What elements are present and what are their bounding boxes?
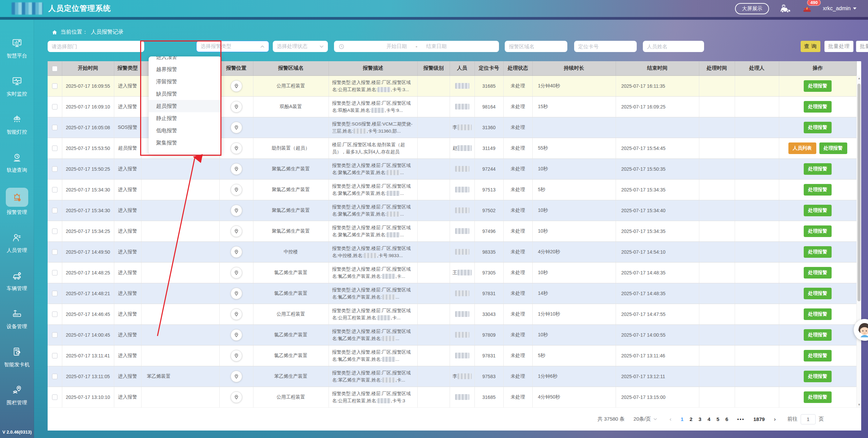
handle-alarm-button[interactable]: 处理报警 [819, 142, 847, 154]
view-location-button[interactable] [231, 288, 242, 299]
page-number-2[interactable]: 2 [686, 416, 695, 422]
row-checkbox[interactable] [52, 229, 57, 234]
page-number-5[interactable]: 5 [714, 416, 722, 422]
status-select[interactable]: 选择处理状态 [273, 41, 328, 52]
handle-alarm-button[interactable]: 处理报警 [804, 371, 832, 382]
more-pages-indicator[interactable]: ••• [734, 416, 748, 422]
handle-alarm-button[interactable]: 处理报警 [804, 350, 832, 361]
row-checkbox[interactable] [52, 104, 57, 110]
select-all-checkbox[interactable] [52, 66, 57, 71]
vertical-scrollbar[interactable]: ▲ ▼ [856, 75, 861, 407]
handle-alarm-button[interactable]: 处理报警 [804, 246, 832, 258]
handle-alarm-button[interactable]: 处理报警 [804, 122, 832, 133]
department-input[interactable] [52, 44, 140, 49]
dropdown-option[interactable]: 越界报警 [149, 63, 221, 75]
handle-alarm-button[interactable]: 处理报警 [804, 101, 832, 113]
end-date-placeholder[interactable]: 结束日期 [426, 43, 447, 50]
view-location-button[interactable] [231, 163, 242, 175]
dropdown-option[interactable]: 超员报警 [149, 100, 221, 112]
goto-page-input[interactable] [801, 414, 816, 424]
row-checkbox[interactable] [52, 83, 57, 89]
handle-alarm-button[interactable]: 处理报警 [804, 80, 832, 92]
last-page-button[interactable]: 1879 [750, 416, 768, 422]
area-name-field[interactable] [505, 41, 567, 52]
view-location-button[interactable] [231, 122, 242, 133]
row-checkbox[interactable] [52, 249, 57, 255]
handle-alarm-button[interactable]: 处理报警 [804, 267, 832, 279]
scroll-up-icon[interactable]: ▲ [857, 77, 862, 80]
view-location-button[interactable] [231, 267, 242, 279]
dropdown-option[interactable]: 静止报警 [149, 112, 221, 124]
department-select[interactable] [48, 41, 144, 52]
row-checkbox[interactable] [52, 374, 57, 379]
dropdown-option[interactable]: 滞留报警 [149, 75, 221, 88]
page-number-3[interactable]: 3 [696, 416, 704, 422]
next-page-button[interactable]: › [770, 416, 779, 423]
sidebar-item-monitor[interactable]: 实时监控 [4, 73, 30, 97]
view-location-button[interactable] [231, 80, 242, 92]
view-location-button[interactable] [231, 225, 242, 237]
row-checkbox[interactable] [52, 291, 57, 296]
view-location-button[interactable] [231, 329, 242, 341]
view-location-button[interactable] [231, 184, 242, 196]
view-location-button[interactable] [231, 371, 242, 382]
big-screen-button[interactable]: 大屏展示 [735, 3, 769, 14]
row-checkbox[interactable] [52, 208, 57, 213]
view-location-button[interactable] [231, 101, 242, 113]
row-checkbox[interactable] [52, 311, 57, 317]
card-number-field[interactable] [574, 41, 637, 52]
page-size-select[interactable]: 20条/页 [634, 416, 657, 422]
dropdown-option[interactable]: 进入报警 [149, 56, 221, 63]
scrollbar-thumb[interactable] [857, 84, 861, 301]
row-checkbox[interactable] [52, 270, 57, 275]
page-number-4[interactable]: 4 [704, 416, 713, 422]
sidebar-item-light[interactable]: 智能灯控 [4, 112, 30, 135]
view-location-button[interactable] [231, 142, 242, 154]
handle-alarm-button[interactable]: 处理报警 [804, 184, 832, 196]
card-number-input[interactable] [578, 44, 633, 49]
handle-alarm-button[interactable]: 处理报警 [804, 288, 832, 299]
batch-process-button[interactable]: 批量处理 [824, 41, 853, 52]
row-checkbox[interactable] [52, 125, 57, 130]
sidebar-item-fence[interactable]: 围栏管理 [4, 382, 30, 406]
alarm-type-select[interactable]: 选择报警类型 [196, 41, 269, 52]
handle-alarm-button[interactable]: 处理报警 [804, 308, 832, 320]
row-checkbox[interactable] [52, 394, 57, 400]
person-name-input[interactable] [647, 44, 700, 49]
user-menu[interactable]: xrkc_admin [823, 5, 856, 12]
dropdown-option[interactable]: 缺员报警 [149, 88, 221, 100]
handle-alarm-button[interactable]: 处理报警 [804, 225, 832, 237]
area-name-input[interactable] [509, 44, 563, 49]
view-location-button[interactable] [231, 205, 242, 216]
view-location-button[interactable] [231, 246, 242, 258]
view-location-button[interactable] [231, 350, 242, 361]
alarm-notifications-icon[interactable]: 490 [802, 3, 813, 14]
query-button[interactable]: 查 询 [801, 41, 820, 52]
sidebar-item-alarm[interactable]: 报警管理 [4, 188, 30, 216]
batch-delete-button[interactable]: 批量删除 [856, 41, 868, 52]
view-location-button[interactable] [231, 308, 242, 320]
handle-alarm-button[interactable]: 处理报警 [804, 163, 832, 175]
person-name-field[interactable] [643, 41, 704, 52]
sidebar-item-platform[interactable]: 智慧平台 [4, 35, 30, 59]
dropdown-option[interactable]: 聚集报警 [149, 137, 221, 149]
view-location-button[interactable] [231, 391, 242, 403]
page-number-6[interactable]: 6 [722, 416, 731, 422]
start-date-placeholder[interactable]: 开始日期 [386, 43, 407, 50]
handle-alarm-button[interactable]: 处理报警 [804, 391, 832, 403]
prev-page-button[interactable]: ‹ [666, 416, 675, 423]
sidebar-item-device[interactable]: 设备管理 [4, 306, 30, 330]
dropdown-option[interactable]: 低电报警 [149, 124, 221, 137]
sidebar-item-person[interactable]: 人员管理 [4, 230, 30, 254]
person-list-button[interactable]: 人员列表 [788, 142, 816, 154]
handle-alarm-button[interactable]: 处理报警 [804, 329, 832, 341]
row-checkbox[interactable] [52, 332, 57, 338]
scroll-down-icon[interactable]: ▼ [857, 403, 862, 406]
row-checkbox[interactable] [52, 353, 57, 358]
sidebar-item-cardmachine[interactable]: 智能发卡机 [4, 344, 30, 368]
row-checkbox[interactable] [52, 187, 57, 192]
date-range-picker[interactable]: 开始日期 - 结束日期 [334, 41, 499, 52]
page-number-1[interactable]: 1 [678, 416, 686, 422]
sidebar-item-track[interactable]: 轨迹查询 [4, 150, 30, 173]
row-checkbox[interactable] [52, 146, 57, 151]
